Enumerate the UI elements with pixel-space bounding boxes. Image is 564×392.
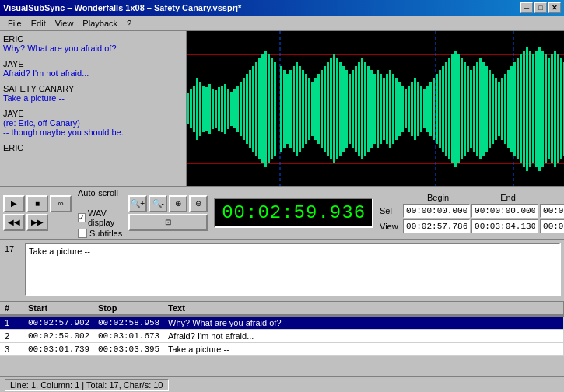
- td-text-1: Why? What are you afraid of?: [163, 317, 564, 329]
- svg-rect-43: [305, 74, 307, 144]
- autoscroll-label: Auto-scroll :: [78, 188, 122, 207]
- td-start-1: 00:02:57.902: [23, 317, 93, 329]
- loop-button[interactable]: ∞: [50, 195, 72, 212]
- table-row-2[interactable]: 2 00:02:59.002 00:03:01.673 Afraid? I'm …: [0, 330, 564, 343]
- stop-button[interactable]: ■: [26, 195, 48, 212]
- svg-rect-99: [479, 58, 482, 159]
- table-rows: 1 00:02:57.902 00:02:58.958 Why? What ar…: [0, 317, 564, 356]
- svg-rect-15: [215, 90, 217, 128]
- subtitle-pane: ERIC Why? What are you afraid of? JAYE A…: [0, 31, 187, 186]
- svg-rect-123: [554, 51, 556, 167]
- wav-checkbox-row: WAV display: [78, 208, 122, 227]
- prev-button[interactable]: ◀◀: [3, 214, 25, 231]
- sub-speaker-5: ERIC: [3, 143, 183, 152]
- svg-rect-53: [336, 58, 338, 159]
- svg-rect-82: [426, 86, 429, 132]
- svg-rect-24: [243, 78, 245, 140]
- waveform-svg: [187, 31, 564, 186]
- play-button[interactable]: ▶: [3, 195, 25, 212]
- svg-rect-16: [218, 87, 220, 131]
- close-button[interactable]: ✕: [548, 2, 561, 13]
- th-text: Text: [163, 302, 564, 316]
- waveform-area[interactable]: [187, 31, 564, 186]
- svg-rect-84: [433, 78, 435, 140]
- svg-rect-39: [293, 66, 295, 152]
- zoom-in-button[interactable]: 🔍+: [128, 195, 147, 212]
- svg-rect-22: [236, 86, 239, 132]
- svg-rect-112: [520, 54, 522, 163]
- svg-rect-26: [249, 70, 251, 148]
- view-length-input[interactable]: [540, 219, 564, 233]
- table-row-3[interactable]: 3 00:03:01.739 00:03:03.395 Take a pictu…: [0, 343, 564, 356]
- subtitle-scroll[interactable]: ERIC Why? What are you afraid of? JAYE A…: [0, 31, 186, 186]
- menu-file[interactable]: File: [3, 17, 26, 30]
- svg-rect-58: [352, 70, 354, 148]
- minimize-button[interactable]: ─: [520, 2, 533, 13]
- subtitles-checkbox[interactable]: [78, 229, 87, 238]
- svg-rect-27: [252, 66, 254, 152]
- svg-rect-101: [485, 66, 488, 152]
- autoscroll-group: Auto-scroll : WAV display Subtitles: [78, 188, 122, 238]
- svg-rect-25: [246, 74, 248, 144]
- sub-text-4: (re: Eric, off Canary)-- though maybe yo…: [3, 118, 183, 137]
- svg-rect-13: [208, 84, 211, 134]
- top-area: ERIC Why? What are you afraid of? JAYE A…: [0, 31, 564, 187]
- svg-rect-119: [541, 51, 544, 167]
- edit-area: 17 Take a picture --: [0, 240, 564, 302]
- svg-rect-81: [423, 89, 426, 128]
- svg-rect-12: [205, 87, 208, 131]
- sub-entry-5: ERIC: [3, 143, 183, 152]
- transport-row-1: ▶ ■ ∞: [3, 195, 72, 212]
- svg-rect-19: [227, 89, 229, 129]
- svg-rect-40: [296, 62, 298, 156]
- edit-textarea[interactable]: Take a picture --: [25, 243, 561, 296]
- controls-area: ▶ ■ ∞ ◀◀ ▶▶ Auto-scroll : WAV display Su…: [0, 187, 564, 240]
- sel-length-input[interactable]: [540, 204, 564, 218]
- svg-rect-77: [411, 82, 413, 136]
- svg-rect-66: [377, 70, 379, 148]
- svg-rect-116: [532, 54, 534, 163]
- sel-begin-input[interactable]: [403, 204, 470, 218]
- svg-rect-71: [392, 74, 394, 144]
- svg-rect-118: [538, 47, 541, 171]
- view-end-input[interactable]: [471, 219, 538, 233]
- svg-rect-7: [190, 89, 192, 128]
- svg-rect-45: [311, 82, 314, 136]
- menu-edit[interactable]: Edit: [26, 17, 51, 30]
- view-begin-input[interactable]: [403, 219, 470, 233]
- sel-end-input[interactable]: [471, 204, 538, 218]
- svg-rect-75: [405, 89, 407, 128]
- svg-rect-74: [401, 86, 404, 132]
- td-stop-3: 00:03:03.395: [93, 343, 163, 355]
- zoom-out-button[interactable]: 🔍-: [149, 195, 167, 212]
- svg-rect-60: [358, 62, 360, 156]
- sub-text-1: Why? What are you afraid of?: [3, 44, 183, 53]
- svg-rect-89: [448, 58, 450, 159]
- zoom-out2-button[interactable]: ⊖: [189, 195, 208, 212]
- zoom-in2-button[interactable]: ⊕: [169, 195, 187, 212]
- svg-rect-124: [557, 54, 559, 163]
- wav-checkbox[interactable]: [78, 213, 86, 222]
- svg-rect-117: [535, 51, 538, 167]
- view-label: View: [380, 222, 401, 231]
- sel-label: Sel: [380, 206, 401, 215]
- svg-rect-10: [199, 82, 201, 136]
- next-button[interactable]: ▶▶: [26, 214, 48, 231]
- menu-view[interactable]: View: [51, 17, 79, 30]
- zoom-fit-button[interactable]: ⊡: [128, 214, 208, 231]
- svg-rect-115: [529, 51, 531, 167]
- menu-help[interactable]: ?: [122, 17, 136, 30]
- menu-playback[interactable]: Playback: [78, 17, 122, 30]
- table-row-1[interactable]: 1 00:02:57.902 00:02:58.958 Why? What ar…: [0, 317, 564, 330]
- sub-speaker-4: JAYE: [3, 109, 183, 118]
- length-header: Length: [543, 193, 564, 202]
- svg-rect-61: [361, 58, 363, 159]
- svg-rect-14: [212, 89, 214, 129]
- sub-entry-2: JAYE Afraid? I'm not afraid...: [3, 59, 183, 78]
- subtitles-checkbox-row: Subtitles: [78, 229, 122, 238]
- maximize-button[interactable]: □: [534, 2, 547, 13]
- svg-rect-87: [442, 66, 444, 152]
- svg-rect-55: [342, 66, 345, 152]
- time-info-header: Begin End Length: [380, 193, 564, 202]
- svg-rect-90: [451, 54, 454, 163]
